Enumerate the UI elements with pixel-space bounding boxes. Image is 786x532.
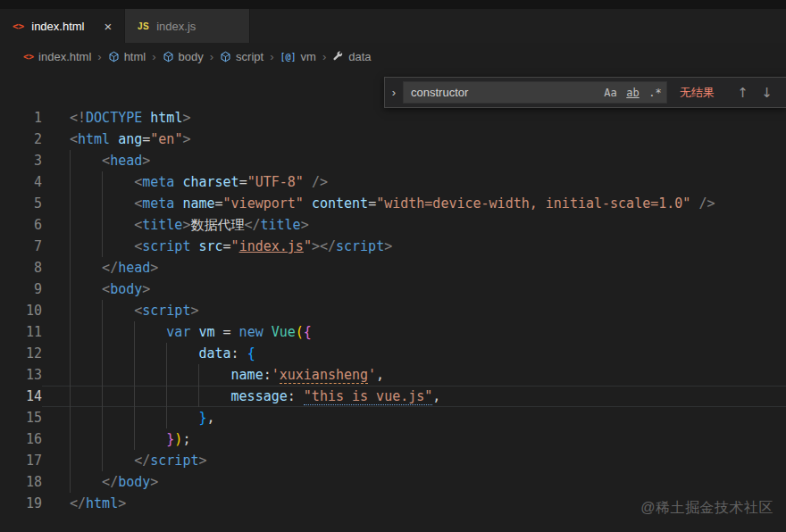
line-number[interactable]: 9 — [0, 278, 42, 300]
code-text: message: "this is vue.js", — [42, 386, 786, 407]
breadcrumb-label: data — [348, 50, 371, 63]
tab-label: index.html — [31, 20, 84, 33]
indent-guide — [70, 471, 102, 493]
indent-guide — [134, 364, 166, 386]
code-text: }, — [42, 407, 786, 428]
find-input[interactable]: constructor Aa ab .* — [403, 81, 667, 104]
indent-guide — [70, 150, 102, 171]
tab-index-js[interactable]: JS index.js — [125, 9, 250, 43]
code-line[interactable]: 6<title>数据代理</title> — [0, 214, 786, 236]
line-number[interactable]: 18 — [0, 471, 42, 493]
chevron-right-icon: › — [210, 50, 213, 63]
indent-guide — [134, 343, 166, 364]
line-number[interactable]: 8 — [0, 257, 42, 278]
line-number[interactable]: 12 — [0, 343, 42, 364]
wrench-icon — [332, 51, 344, 62]
chevron-right-icon: › — [152, 50, 155, 63]
code-text: <html ang="en"> — [42, 129, 786, 150]
line-number[interactable]: 3 — [0, 150, 42, 171]
line-number[interactable]: 4 — [0, 171, 42, 193]
line-number[interactable]: 6 — [0, 214, 42, 236]
code-line[interactable]: 9<body> — [0, 278, 786, 300]
indent-guide — [102, 364, 134, 386]
code-text: data: { — [42, 343, 786, 364]
line-number[interactable]: 7 — [0, 236, 42, 257]
regex-icon[interactable]: .* — [644, 87, 666, 99]
line-number[interactable]: 17 — [0, 450, 42, 471]
indent-guide — [70, 214, 102, 236]
indent-guide — [70, 343, 102, 364]
symbol-element-icon — [108, 51, 120, 62]
whole-word-icon[interactable]: ab — [622, 87, 644, 99]
symbol-element-icon — [163, 51, 174, 62]
tab-index-html[interactable]: <> index.html × — [0, 9, 125, 43]
indent-guide — [102, 193, 134, 214]
indent-guide — [166, 386, 198, 407]
breadcrumb-item-data[interactable]: data — [332, 50, 371, 63]
code-line[interactable]: 3<head> — [0, 150, 786, 171]
code-line[interactable]: 1<!DOCTYPE html> — [0, 107, 786, 129]
line-number[interactable]: 14 — [0, 386, 42, 407]
indent-guide — [70, 364, 102, 386]
breadcrumb-item-file[interactable]: <> index.html — [23, 50, 91, 63]
code-text: </head> — [42, 257, 786, 278]
code-text: <script> — [42, 300, 786, 321]
toggle-replace-icon[interactable]: › — [385, 86, 403, 99]
code-line[interactable]: 11var vm = new Vue({ — [0, 321, 786, 343]
line-number[interactable]: 13 — [0, 364, 42, 386]
code-line[interactable]: 13name:'xuxiansheng', — [0, 364, 786, 386]
code-line[interactable]: 5<meta name="viewport" content="width=de… — [0, 193, 786, 214]
js-file-icon: JS — [138, 21, 149, 31]
code-line[interactable]: 10<script> — [0, 300, 786, 321]
indent-guide — [70, 257, 102, 278]
title-bar — [0, 0, 786, 9]
next-match-icon[interactable]: ↓ — [755, 81, 779, 104]
indent-guide — [102, 386, 134, 407]
line-number[interactable]: 11 — [0, 321, 42, 343]
code-text: <head> — [42, 150, 786, 171]
code-line[interactable]: 7<script src="index.js"></script> — [0, 236, 786, 257]
code-line[interactable]: 17</script> — [0, 450, 786, 471]
code-line[interactable]: 4<meta charset="UTF-8" /> — [0, 171, 786, 193]
code-line[interactable]: 15}, — [0, 407, 786, 428]
indent-guide — [70, 278, 102, 300]
code-line[interactable]: 14message: "this is vue.js", — [0, 386, 786, 407]
line-number[interactable]: 15 — [0, 407, 42, 428]
watermark: @稀土掘金技术社区 — [640, 499, 773, 518]
editor[interactable]: 1<!DOCTYPE html>2<html ang="en">3<head>4… — [0, 70, 786, 514]
code-text: <meta name="viewport" content="width=dev… — [42, 193, 786, 214]
breadcrumb-item-html[interactable]: html — [108, 50, 146, 63]
code-line[interactable]: 18</body> — [0, 471, 786, 493]
line-number[interactable]: 5 — [0, 193, 42, 214]
line-number[interactable]: 10 — [0, 300, 42, 321]
breadcrumb-item-script[interactable]: script — [220, 50, 263, 63]
line-number[interactable]: 16 — [0, 428, 42, 450]
find-widget: › constructor Aa ab .* 无结果 ↑ ↓ — [384, 77, 786, 108]
indent-guide — [102, 321, 134, 343]
line-number[interactable]: 1 — [0, 107, 42, 129]
code-text: name:'xuxiansheng', — [42, 364, 786, 386]
code-line[interactable]: 2<html ang="en"> — [0, 129, 786, 150]
line-number[interactable]: 19 — [0, 493, 42, 514]
indent-guide — [70, 193, 102, 214]
find-query-text: constructor — [411, 86, 599, 99]
code-line[interactable]: 8</head> — [0, 257, 786, 278]
indent-guide — [166, 364, 198, 386]
code-line[interactable]: 12data: { — [0, 343, 786, 364]
previous-match-icon[interactable]: ↑ — [731, 81, 755, 104]
close-icon[interactable]: × — [105, 20, 113, 33]
indent-guide — [134, 407, 166, 428]
code-text: <body> — [42, 278, 786, 300]
breadcrumb-item-body[interactable]: body — [163, 50, 204, 63]
match-case-icon[interactable]: Aa — [599, 87, 622, 99]
indent-guide — [102, 236, 134, 257]
html-file-icon: <> — [23, 52, 34, 62]
indent-guide — [102, 300, 134, 321]
chevron-right-icon: › — [270, 50, 273, 63]
code-line[interactable]: 16}); — [0, 428, 786, 450]
indent-guide — [166, 407, 198, 428]
line-number[interactable]: 2 — [0, 129, 42, 150]
indent-guide — [70, 386, 102, 407]
breadcrumb-item-vm[interactable]: [@] vm — [280, 50, 316, 63]
breadcrumb-label: vm — [301, 50, 316, 63]
